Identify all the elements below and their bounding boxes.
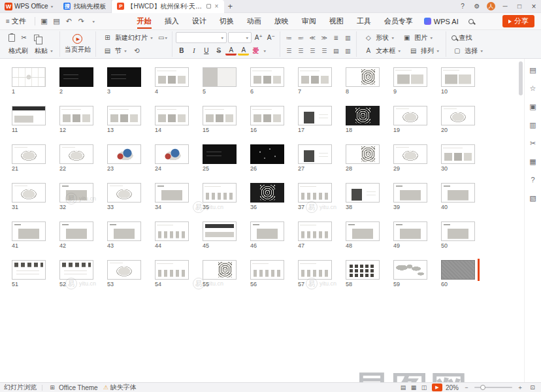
align-right-icon[interactable]: ☰ (307, 46, 318, 56)
line-spacing-icon[interactable]: ≣ (331, 33, 341, 43)
textbox-button[interactable]: A 文本框▼ (360, 45, 404, 57)
save-icon[interactable]: ▣ (38, 15, 50, 27)
menu-tab-工具[interactable]: 工具 (351, 13, 377, 29)
slide-thumbnail-15[interactable] (203, 106, 237, 125)
slide-thumbnail-20[interactable] (441, 106, 475, 125)
slide-thumbnail-44[interactable] (155, 221, 189, 241)
slide-thumbnail-14[interactable] (155, 106, 189, 125)
slide-thumbnail-16[interactable] (250, 106, 284, 125)
slide-thumbnail-1[interactable] (12, 67, 46, 87)
arrange-button[interactable]: ▤ 排列▼ (405, 45, 442, 57)
slide-thumbnail-5[interactable] (203, 67, 237, 87)
picture-button[interactable]: ▣ 图片▼ (399, 32, 436, 44)
slide-thumbnail-31[interactable] (12, 183, 46, 203)
slide-thumbnail-22[interactable] (59, 144, 93, 164)
slide-thumbnail-32[interactable] (59, 183, 93, 203)
settings-gear-icon[interactable]: ⚙ (470, 0, 484, 13)
slide-thumbnail-41[interactable] (12, 221, 46, 241)
highlight-color-icon[interactable]: A (238, 46, 249, 56)
slide-thumbnail-56[interactable] (250, 260, 284, 280)
slide-thumbnail-54[interactable] (155, 260, 189, 280)
slide-layout-icon[interactable]: ▭▼ (157, 32, 169, 43)
section-button[interactable]: ▤ 节▼ (99, 45, 130, 57)
menu-tab-审阅[interactable]: 审阅 (296, 13, 322, 29)
slide-thumbnail-25[interactable] (203, 144, 237, 164)
favorites-icon[interactable]: ☆ (527, 82, 539, 94)
slide-thumbnail-26[interactable] (250, 144, 284, 164)
redo-icon[interactable]: ↷ (75, 15, 88, 27)
find-button[interactable]: 查找 (449, 32, 474, 44)
slide-thumbnail-18[interactable] (346, 106, 380, 125)
slide-thumbnail-28[interactable] (346, 144, 380, 164)
slide-thumbnail-13[interactable] (107, 106, 141, 125)
zoom-slider[interactable] (474, 387, 512, 388)
text-effects-icon[interactable]: 爱 (250, 45, 261, 56)
menu-tab-开始[interactable]: 开始 (131, 13, 157, 29)
scrollbar-thumb[interactable] (519, 61, 523, 95)
slide-sorter-view-icon[interactable]: ▦ (409, 384, 418, 392)
chart-pane-icon[interactable]: ▦ (527, 155, 539, 167)
slide-thumbnail-30[interactable] (441, 144, 475, 164)
decrease-font-icon[interactable]: A⁻ (265, 32, 276, 43)
shape-button[interactable]: ◇ 形状▼ (360, 32, 397, 44)
increase-font-icon[interactable]: A⁺ (253, 32, 264, 43)
strikethrough-icon[interactable]: S (213, 45, 224, 56)
play-from-current-button[interactable]: ▶ 当页开始 (60, 31, 96, 57)
slide-thumbnail-38[interactable] (346, 183, 380, 203)
menu-tab-设计[interactable]: 设计 (186, 13, 212, 29)
print-icon[interactable]: ▤ (50, 15, 63, 27)
slide-thumbnail-3[interactable] (107, 67, 141, 87)
file-menu-button[interactable]: ≡ 文件 (0, 16, 32, 26)
minimize-button[interactable]: ─ (498, 0, 512, 13)
slide-thumbnail-42[interactable] (59, 221, 93, 241)
slide-thumbnail-2[interactable] (59, 67, 93, 87)
columns-icon[interactable]: ▥ (342, 33, 353, 43)
missing-font-warning[interactable]: ⚠ 缺失字体 (103, 383, 137, 392)
slide-thumbnail-51[interactable] (12, 260, 46, 280)
slide-thumbnail-58[interactable] (346, 260, 380, 280)
slide-thumbnail-52[interactable] (59, 260, 93, 280)
slide-thumbnail-6[interactable] (250, 67, 284, 87)
pin-icon[interactable] (206, 4, 211, 8)
align-center-icon[interactable]: ☰ (295, 46, 306, 56)
slide-thumbnail-43[interactable] (107, 221, 141, 241)
slide-thumbnail-49[interactable] (393, 221, 427, 241)
help-icon[interactable]: ? (455, 0, 470, 13)
slide-thumbnail-9[interactable] (393, 67, 427, 87)
underline-icon[interactable]: U (201, 45, 212, 56)
slide-thumbnail-34[interactable] (155, 183, 189, 203)
slide-thumbnail-37[interactable] (298, 183, 332, 203)
slide-thumbnail-40[interactable] (441, 183, 475, 203)
slide-thumbnail-7[interactable] (298, 67, 332, 87)
font-name-select[interactable]: ▼ (176, 32, 227, 43)
tab-document[interactable]: P 【HWCD】杭州保利·天汇售楼… × (112, 0, 224, 13)
resources-pane-icon[interactable]: ▧ (527, 192, 539, 204)
reading-view-icon[interactable]: ◫ (419, 384, 429, 392)
tools-icon[interactable]: ✂ (527, 137, 539, 149)
zoom-out-icon[interactable]: − (462, 384, 471, 392)
slide-thumbnail-11[interactable] (12, 106, 46, 125)
zoom-slider-thumb[interactable] (480, 385, 485, 390)
slide-thumbnail-23[interactable] (107, 144, 141, 164)
slide-thumbnail-10[interactable] (441, 67, 475, 87)
wps-home-button[interactable]: W WPS Office ▼ (0, 0, 58, 13)
menu-tab-视图[interactable]: 视图 (323, 13, 350, 29)
stock-assets-icon[interactable]: ▣ (527, 101, 539, 112)
increase-indent-icon[interactable]: ≫ (319, 33, 329, 43)
vertical-scrollbar[interactable] (519, 61, 523, 380)
slide-thumbnail-60[interactable] (441, 260, 475, 280)
menu-tab-切换[interactable]: 切换 (214, 13, 240, 29)
paste-button[interactable]: 粘贴▼ (32, 45, 56, 57)
bold-icon[interactable]: B (176, 45, 187, 56)
slide-thumbnail-19[interactable] (393, 106, 427, 125)
numbered-list-icon[interactable]: ≕ (295, 33, 306, 43)
format-painter-button[interactable]: 格式刷 (6, 45, 31, 57)
align-left-icon[interactable]: ☰ (284, 46, 294, 56)
share-button[interactable]: 分享 (502, 15, 534, 27)
paste-icon[interactable] (6, 32, 17, 43)
reset-slide-icon[interactable]: ⟲ (131, 45, 142, 56)
slide-thumbnail-12[interactable] (59, 106, 93, 125)
clipboard-pane-icon[interactable]: ▥ (527, 119, 539, 131)
cut-scissors-icon[interactable]: ✂ (18, 32, 29, 43)
menu-tab-插入[interactable]: 插入 (159, 13, 185, 29)
